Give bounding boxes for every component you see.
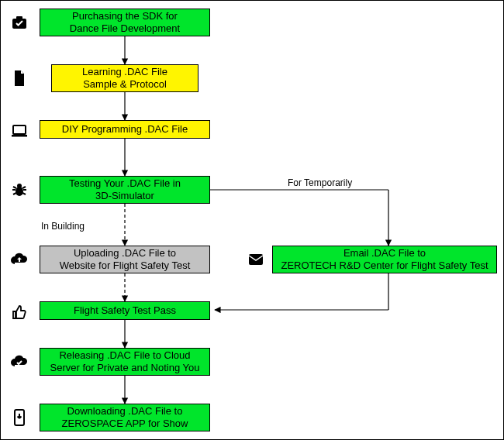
svg-point-16: [17, 184, 22, 188]
node-purchase-sdk: Purchasing the SDK for Dance File Develo…: [40, 9, 210, 36]
svg-line-20: [22, 187, 26, 188]
cloud-check-icon: [10, 352, 29, 371]
node-label: Downloading .DAC File to ZEROSPACE APP f…: [62, 405, 188, 429]
node-upload-website: Uploading .DAC File to Website for Fligh…: [40, 246, 210, 273]
node-learn-dac: Learning .DAC File Sample & Protocol: [51, 64, 198, 92]
flowchart-canvas: Purchasing the SDK for Dance File Develo…: [0, 0, 504, 440]
phone-download-icon: [10, 408, 29, 427]
label-in-building: In Building: [41, 221, 85, 232]
node-diy-programming: DIY Programming .DAC File: [40, 120, 210, 139]
node-testing-simulator: Testing Your .DAC File in 3D-Simulator: [40, 176, 210, 204]
node-label: Testing Your .DAC File in 3D-Simulator: [69, 177, 181, 201]
node-flight-safety-pass: Flight Safety Test Pass: [40, 301, 210, 320]
label-for-temporarily: For Temporarily: [288, 177, 352, 188]
node-label: Releasing .DAC File to Cloud Server for …: [50, 349, 200, 373]
node-email-rd: Email .DAC File to ZEROTECH R&D Center f…: [272, 246, 497, 273]
node-label: Learning .DAC File Sample & Protocol: [82, 66, 167, 90]
svg-rect-12: [16, 16, 22, 19]
node-label: Purchasing the SDK for Dance File Develo…: [70, 10, 180, 34]
laptop-icon: [10, 122, 29, 140]
node-label: Flight Safety Test Pass: [74, 304, 176, 317]
briefcase-check-icon: [10, 13, 29, 32]
svg-rect-13: [13, 125, 26, 134]
node-label: Uploading .DAC File to Website for Fligh…: [60, 247, 191, 271]
node-label: Email .DAC File to ZEROTECH R&D Center f…: [281, 247, 488, 271]
node-label: DIY Programming .DAC File: [62, 123, 188, 136]
cloud-upload-icon: [10, 250, 29, 269]
thumbs-up-icon: [10, 303, 29, 321]
node-download-app: Downloading .DAC File to ZEROSPACE APP f…: [40, 404, 210, 431]
svg-line-21: [13, 193, 16, 194]
bug-icon: [10, 180, 29, 199]
svg-line-22: [22, 193, 26, 194]
svg-rect-14: [12, 135, 27, 137]
svg-line-19: [13, 187, 16, 188]
svg-rect-23: [249, 254, 263, 265]
node-release-cloud: Releasing .DAC File to Cloud Server for …: [40, 348, 210, 376]
email-icon: [247, 250, 265, 269]
file-icon: [10, 69, 29, 88]
